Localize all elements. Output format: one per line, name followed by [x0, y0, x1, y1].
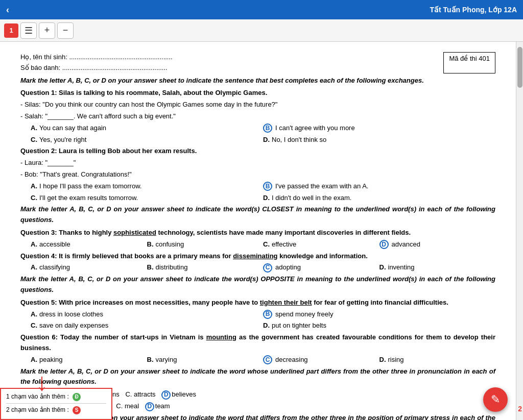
q4-option-d[interactable]: D. inventing [379, 262, 496, 273]
q3-option-c[interactable]: C. effective [263, 239, 379, 250]
q2-option-b[interactable]: B I've passed the exam with an A. [263, 181, 495, 192]
tooltip-row2: 2 chạm vào ảnh thêm : S [6, 405, 106, 415]
zoom-out-button[interactable]: − [57, 22, 74, 39]
q6-options: A. peaking B. varying C decreasing D. ri… [20, 355, 495, 365]
edit-icon: ✎ [491, 393, 500, 406]
scrollbar[interactable] [516, 42, 523, 420]
q1-option-c[interactable]: C. Yes, you're right [31, 135, 263, 145]
q4-option-a[interactable]: A. classifying [31, 262, 147, 273]
q1-option-a[interactable]: A. You can say that again [31, 123, 263, 134]
q2-text: Question 2: Laura is telling Bob about h… [20, 146, 495, 157]
q2-option-d[interactable]: D. I didn't do well in the exam. [263, 193, 495, 204]
correct-indicator: Đ [73, 393, 81, 401]
section3-instruction: Mark the letter A, B, C, or D on your an… [20, 274, 495, 295]
plus-icon: + [44, 25, 50, 36]
q3-text: Question 3: Thanks to highly sophisticat… [20, 228, 495, 238]
top-bar: ‹ Tất Tuấn Phong, Lớp 12A [0, 0, 523, 19]
minus-icon: − [63, 25, 68, 36]
tooltip-box: 1 chạm vào ảnh thêm : Đ 2 chạm vào ảnh t… [0, 388, 112, 420]
q6-option-a[interactable]: A. peaking [31, 355, 147, 365]
q2-dialog2: - Bob: "That's great. Congratulations!" [20, 169, 495, 180]
wrong-indicator: S [73, 406, 81, 414]
q3-option-a[interactable]: A. accessible [31, 239, 147, 250]
q5-options: A. dress in loose clothes B spend money … [20, 309, 495, 320]
q7-selected-d: D [161, 390, 171, 400]
q3-selected-d: D [379, 240, 389, 249]
q4-text: Question 4: It is firmly believed that b… [20, 251, 495, 262]
q1-selected-b: B [263, 123, 272, 133]
q6-option-c[interactable]: C decreasing [263, 355, 379, 365]
q1-option-d[interactable]: D. No, I don't think so [263, 135, 495, 145]
q1-dialog2: - Salah: "_______. We can't afford such … [20, 111, 495, 122]
q5-option-b[interactable]: B spend money freely [263, 309, 495, 320]
q6-selected-c: C [263, 355, 272, 364]
q4-options: A. classifying B. distributing C adoptin… [20, 262, 495, 273]
q3-option-b[interactable]: B. confusing [147, 239, 264, 250]
menu-icon: ☰ [25, 25, 33, 36]
q5-selected-b: B [263, 310, 272, 319]
q4-selected-c: C [263, 263, 272, 273]
q2-dialog1: - Laura: "_______" [20, 158, 495, 168]
q6-option-b[interactable]: B. varying [147, 355, 264, 365]
q2-options2: C. I'll get the exam results tomorrow. D… [20, 193, 495, 204]
q2-options: A. I hope I'll pass the exam tomorrow. B… [20, 181, 495, 192]
toolbar: 1 ☰ + − [0, 19, 523, 42]
zoom-in-button[interactable]: + [39, 22, 55, 39]
q4-option-c[interactable]: C adopting [263, 262, 379, 273]
section1-instruction: Mark the letter A, B, C, or D on your an… [20, 76, 495, 86]
q1-options: A. You can say that again B I can't agre… [20, 123, 495, 134]
scrollbar-thumb[interactable] [517, 47, 522, 88]
exam-header: Họ, tên thí sinh: ......................… [20, 52, 495, 73]
section2-instruction: Mark the letter A, B, C, or D on your an… [20, 204, 495, 226]
q5-option-a[interactable]: A. dress in loose clothes [31, 309, 263, 320]
q1-dialog1: - Silas: "Do you think our country can h… [20, 100, 495, 110]
q4-option-b[interactable]: B. distributing [147, 262, 264, 273]
edit-fab-button[interactable]: ✎ [483, 387, 508, 412]
q2-option-a[interactable]: A. I hope I'll pass the exam tomorrow. [31, 181, 263, 192]
q2-option-c[interactable]: C. I'll get the exam results tomorrow. [31, 193, 263, 204]
document-area[interactable]: Họ, tên thí sinh: ......................… [0, 42, 516, 420]
top-bar-title: Tất Tuấn Phong, Lớp 12A [430, 6, 517, 14]
q1-options2: C. Yes, you're right D. No, I don't thin… [20, 135, 495, 145]
section4-instruction: Mark the letter A, B, C, or D on your an… [20, 366, 495, 388]
q5-option-c[interactable]: C. save on daily expenses [31, 320, 263, 331]
q1-option-b[interactable]: B I can't agree with you more [263, 123, 495, 134]
q6-option-d[interactable]: D. rising [379, 355, 496, 365]
menu-button[interactable]: ☰ [20, 22, 37, 39]
fab-label-2: 2 [518, 405, 522, 413]
back-button[interactable]: ‹ [6, 5, 9, 15]
q2-selected-b: B [263, 182, 272, 191]
q1-text: Question 1: Silas is talking to his room… [20, 88, 495, 98]
number-line: Số báo danh: ...........................… [20, 63, 173, 73]
name-line: Họ, tên thí sinh: ......................… [20, 52, 173, 63]
q5-options2: C. save on daily expenses D. put on tigh… [20, 320, 495, 331]
q8-selected-d: D [145, 402, 154, 411]
tooltip-row1: 1 chạm vào ảnh thêm : Đ [6, 392, 106, 402]
red-arrow-annotation: ↓ [36, 370, 48, 394]
main-content: Họ, tên thí sinh: ......................… [0, 42, 523, 420]
q5-text: Question 5: With price increases on most… [20, 298, 495, 308]
q5-option-d[interactable]: D. put on tighter belts [263, 320, 495, 331]
exam-code: Mã đề thi 401 [443, 52, 495, 73]
q3-options: A. accessible B. confusing C. effective … [20, 239, 495, 250]
q6-text: Question 6: Today the number of start-up… [20, 332, 495, 354]
q3-option-d[interactable]: D advanced [379, 239, 496, 250]
page-number-badge: 1 [4, 23, 18, 38]
